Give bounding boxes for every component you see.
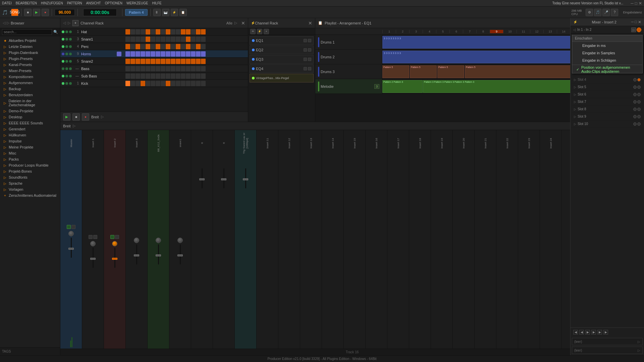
mixer-strip-snare1[interactable]: snare1: [169, 130, 191, 349]
eq-channel-4[interactable]: EQ4: [250, 64, 314, 73]
step[interactable]: [166, 51, 170, 57]
step[interactable]: [166, 73, 170, 79]
step[interactable]: [130, 81, 135, 86]
step[interactable]: [171, 66, 175, 71]
seq-arrow-right[interactable]: ▷: [234, 21, 237, 25]
step[interactable]: [176, 44, 180, 49]
eq-mute-btn[interactable]: [304, 39, 307, 42]
slot-btn-r[interactable]: [637, 78, 641, 81]
step[interactable]: [166, 81, 170, 86]
step[interactable]: [181, 37, 185, 42]
sidebar-item-backup[interactable]: ▷ Backup: [0, 86, 60, 92]
step[interactable]: [151, 51, 155, 57]
mixer-slot-6[interactable]: ▷ Slot 6: [572, 91, 643, 98]
step[interactable]: [125, 29, 130, 35]
mixer-strip-insert1[interactable]: Insert 1: [82, 130, 104, 349]
slot-btn-r[interactable]: [637, 93, 641, 96]
mixer-strip-tt2[interactable]: tt: [213, 130, 235, 349]
seq-nav-forward[interactable]: ▷: [68, 21, 70, 25]
seq-name-subbass[interactable]: Sub Bass: [80, 74, 123, 78]
seq-name-hat[interactable]: Hat: [80, 30, 123, 34]
step[interactable]: [191, 73, 196, 79]
fader-thumb[interactable]: [243, 178, 248, 180]
step[interactable]: [176, 29, 180, 35]
mixer-strip-master[interactable]: Master: [60, 130, 82, 349]
routing-eq-btn2[interactable]: ◀: [579, 330, 584, 335]
step[interactable]: [181, 66, 185, 71]
mixer-strip-insert21[interactable]: Insert 21: [475, 130, 496, 349]
step[interactable]: [196, 81, 201, 86]
close-btn[interactable]: ✕: [639, 1, 642, 6]
strip-pan[interactable]: [112, 241, 117, 246]
seq-led3-snare2[interactable]: [69, 60, 72, 63]
mixer-in-nav-btn[interactable]: ▷: [631, 27, 636, 32]
strip-pan-master[interactable]: [68, 231, 74, 236]
seq-name-horns[interactable]: Horns: [80, 52, 116, 56]
mixer-strip-insert24[interactable]: Insert 24: [540, 130, 562, 349]
step[interactable]: [161, 29, 165, 35]
sidebar-item-benutzerdaten[interactable]: ▷ Benutzerdaten: [0, 92, 60, 98]
mixer-strip-insert2[interactable]: Insert 2: [104, 130, 126, 349]
eq-mute-btn[interactable]: [304, 67, 307, 70]
step[interactable]: [196, 37, 201, 42]
seq-led3-kick[interactable]: [69, 82, 72, 85]
step[interactable]: [161, 73, 165, 79]
seq-expand-icon[interactable]: ▷: [101, 115, 104, 119]
step[interactable]: [156, 73, 160, 79]
eq-mute-btn[interactable]: [304, 48, 307, 52]
mic-icon[interactable]: 🎤: [602, 9, 610, 16]
seq-led-snare2[interactable]: [62, 60, 64, 63]
step[interactable]: [130, 37, 135, 42]
fader-thumb[interactable]: [156, 254, 161, 256]
mixer-strip-insert17[interactable]: Insert 17: [387, 130, 409, 349]
step[interactable]: [146, 59, 150, 64]
sidebar-item-kompositionen[interactable]: ▷ Kompositionen: [0, 74, 60, 80]
send-channel-1[interactable]: (leer) ▷: [572, 338, 643, 345]
step[interactable]: [151, 37, 155, 42]
step[interactable]: [176, 59, 180, 64]
step[interactable]: [125, 66, 130, 71]
step[interactable]: [186, 73, 191, 79]
mixer-strip-tt1[interactable]: tt: [191, 130, 213, 349]
seq-led2-horns[interactable]: [65, 53, 68, 55]
maximize-btn[interactable]: □: [635, 1, 637, 6]
record-btn[interactable]: ●: [42, 9, 49, 16]
settings-icon[interactable]: ⚙: [586, 9, 593, 16]
stop-btn[interactable]: ■: [24, 9, 32, 16]
fader-thumb[interactable]: [112, 258, 117, 260]
step[interactable]: [146, 51, 150, 57]
slot-btn-r[interactable]: [637, 122, 641, 126]
step[interactable]: [141, 81, 145, 86]
sidebar-item-aktuelles-projekt[interactable]: ★ Aktuelles Projekt: [0, 38, 60, 44]
sidebar-nav-forward[interactable]: ▷: [7, 21, 9, 25]
step[interactable]: [186, 44, 191, 49]
mixer-strip-insert16[interactable]: Insert 16: [366, 130, 387, 349]
step[interactable]: [130, 59, 135, 64]
step[interactable]: [125, 81, 130, 86]
context-menu-item-schlaegen[interactable]: Eingabe in Schlägen: [572, 57, 642, 64]
step[interactable]: [141, 29, 145, 35]
seq-play-btn[interactable]: ▶: [63, 113, 70, 121]
sidebar-item-misc[interactable]: ▷ Misc: [0, 150, 60, 156]
step[interactable]: [166, 59, 170, 64]
sidebar-item-producer-loops-rumble[interactable]: ▷ Producer Loops Rumble: [0, 162, 60, 168]
slot-btn-l[interactable]: [633, 108, 637, 111]
step[interactable]: [176, 51, 180, 57]
step[interactable]: [201, 44, 206, 49]
seq-led-horns[interactable]: [62, 53, 64, 55]
mixer-strip-insert13[interactable]: Insert 13: [300, 130, 322, 349]
eq-channel-3[interactable]: EQ3: [250, 55, 314, 64]
sidebar-item-soundfonts[interactable]: ▷ Soundfonts: [0, 174, 60, 180]
step[interactable]: [141, 44, 145, 49]
toolbar-playlist-icon[interactable]: 📋: [179, 9, 187, 16]
seq-name-kick[interactable]: Kick: [80, 81, 123, 85]
seq-led2-snare1[interactable]: [65, 38, 68, 41]
seq-led3-snare1[interactable]: [69, 38, 72, 41]
seq-led2-kick[interactable]: [65, 82, 68, 85]
track-label-melodie[interactable]: Melodie 3: [315, 79, 382, 94]
seq-led-hat[interactable]: [62, 31, 64, 33]
step[interactable]: [201, 29, 206, 35]
step[interactable]: [176, 66, 180, 71]
midi-icon[interactable]: 🎵: [594, 9, 601, 16]
sidebar-item-kanal-presets[interactable]: ▷ Kanal-Presets: [0, 62, 60, 68]
